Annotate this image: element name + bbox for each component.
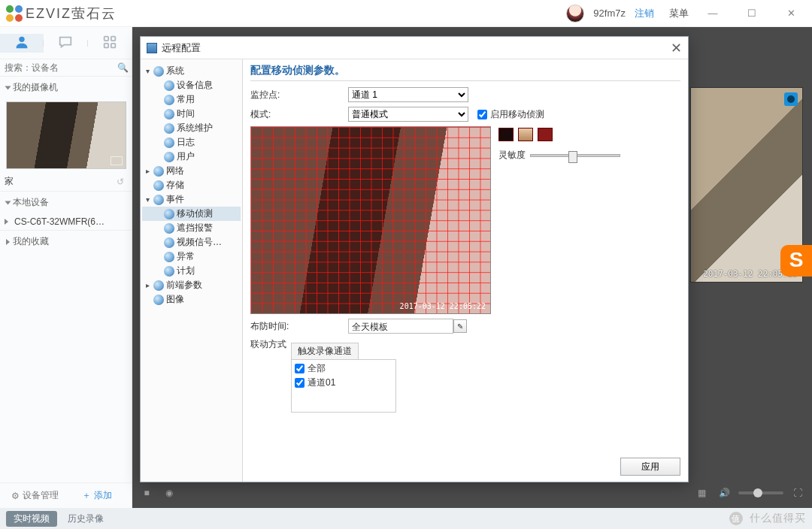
- schedule-edit-button[interactable]: ✎: [453, 319, 467, 333]
- sidebar-item-device[interactable]: CS-C6T-32WMFR(6…: [0, 213, 132, 230]
- svg-rect-1: [104, 36, 108, 41]
- avatar[interactable]: [566, 5, 584, 23]
- play-controls: ■ ◉ ▦ 🔊 ⛶: [138, 481, 806, 505]
- linkage-all-checkbox[interactable]: [295, 364, 304, 373]
- section-favorites[interactable]: 我的收藏: [0, 230, 132, 252]
- fullscreen-icon[interactable]: ⛶: [789, 485, 806, 501]
- tab-realtime[interactable]: 实时视频: [6, 511, 57, 527]
- modal-title-text: 远程配置: [162, 41, 201, 55]
- tab-history[interactable]: 历史录像: [60, 511, 111, 527]
- schedule-label: 布防时间:: [250, 320, 348, 333]
- monitor-label: 监控点:: [250, 89, 348, 101]
- search-icon[interactable]: 🔍: [117, 62, 129, 73]
- clear-button[interactable]: [518, 128, 533, 141]
- tree-time[interactable]: 时间: [142, 107, 241, 121]
- search-input[interactable]: [5, 62, 117, 73]
- tab-apps[interactable]: [88, 34, 132, 53]
- tree-frontend[interactable]: ▸前端参数: [142, 278, 241, 292]
- minimize-button[interactable]: —: [698, 8, 728, 19]
- tree-system[interactable]: ▾系统: [142, 64, 241, 78]
- linkage-tab-record[interactable]: 触发录像通道: [291, 343, 359, 359]
- tree-network[interactable]: ▸网络: [142, 164, 241, 178]
- logout-link[interactable]: 注销: [635, 7, 654, 20]
- menu-link[interactable]: 菜单: [669, 7, 689, 20]
- tab-contacts[interactable]: [0, 34, 44, 53]
- enable-motion-label: 启用移动侦测: [490, 108, 544, 121]
- layout-icon[interactable]: ▦: [693, 485, 710, 501]
- history-icon[interactable]: ↺: [117, 177, 124, 187]
- monitor-select[interactable]: 通道 1: [348, 87, 468, 102]
- remote-config-modal: 远程配置 ✕ ▾系统 设备信息 常用 时间 系统维护 日志 用户 ▸网络 存储 …: [140, 36, 689, 482]
- tree-log[interactable]: 日志: [142, 135, 241, 150]
- modal-icon: [147, 43, 157, 53]
- sidebar: 🔍 我的摄像机 家 ↺ 本地设备 CS-C6T-32WMFR(6… 我的收藏 ⚙…: [0, 27, 132, 508]
- sidebar-item-home[interactable]: 家 ↺: [0, 172, 132, 191]
- config-tree: ▾系统 设备信息 常用 时间 系统维护 日志 用户 ▸网络 存储 ▾事件 移动侦…: [141, 59, 243, 482]
- modal-close-button[interactable]: ✕: [671, 40, 682, 56]
- tree-user[interactable]: 用户: [142, 150, 241, 164]
- sensitivity-slider[interactable]: [530, 154, 620, 157]
- add-button[interactable]: ＋添加: [68, 489, 126, 502]
- globe-icon: [153, 66, 164, 77]
- svg-rect-2: [111, 36, 116, 41]
- close-button[interactable]: ✕: [776, 8, 806, 19]
- panel-heading: 配置移动侦测参数。: [250, 64, 680, 81]
- camera-thumbnail[interactable]: [6, 101, 126, 169]
- tree-plan[interactable]: 计划: [142, 264, 241, 278]
- record-icon[interactable]: ◉: [161, 485, 177, 501]
- sogou-icon[interactable]: S: [780, 245, 812, 277]
- apply-button[interactable]: 应用: [620, 458, 680, 476]
- preview-timestamp: 2017-03-12 22:05:22: [400, 302, 486, 310]
- bottom-bar: 实时视频 历史录像 值 什么值得买: [0, 508, 812, 529]
- tree-maintenance[interactable]: 系统维护: [142, 121, 241, 135]
- draw-all-button[interactable]: [498, 128, 514, 141]
- speaker-icon[interactable]: 🔊: [716, 485, 732, 501]
- sensitivity-label: 灵敏度: [498, 149, 526, 162]
- maximize-button[interactable]: ☐: [737, 8, 767, 19]
- section-local[interactable]: 本地设备: [0, 191, 132, 213]
- svg-rect-3: [104, 43, 108, 47]
- brand-text: EZVIZ萤石云: [26, 5, 117, 23]
- linkage-list: 全部 通道01: [291, 360, 396, 413]
- draw-button[interactable]: [538, 128, 553, 141]
- tab-messages[interactable]: [44, 34, 87, 53]
- title-bar: EZVIZ萤石云 92fm7z 注销 菜单 — ☐ ✕: [0, 0, 812, 27]
- svg-rect-4: [111, 43, 116, 47]
- mode-select[interactable]: 普通模式: [348, 107, 468, 122]
- linkage-label: 联动方式: [250, 338, 291, 351]
- motion-grid-overlay: [251, 127, 490, 313]
- tree-general[interactable]: 常用: [142, 92, 241, 107]
- mode-label: 模式:: [250, 108, 348, 121]
- motion-preview[interactable]: 2017-03-12 22:05:22: [250, 126, 491, 314]
- gear-icon: ⚙: [11, 491, 20, 501]
- logo-icon: [6, 5, 23, 22]
- tree-event[interactable]: ▾事件: [142, 192, 241, 207]
- tree-image[interactable]: 图像: [142, 292, 241, 307]
- plus-icon: ＋: [82, 489, 91, 502]
- device-manage-button[interactable]: ⚙设备管理: [6, 489, 64, 502]
- tree-storage[interactable]: 存储: [142, 178, 241, 192]
- linkage-ch01-checkbox[interactable]: [295, 378, 304, 388]
- config-panel: 配置移动侦测参数。 监控点: 通道 1 模式: 普通模式 启用移动侦测 2017…: [243, 59, 688, 482]
- schedule-value[interactable]: 全天模板: [348, 319, 453, 334]
- watermark: 值 什么值得买: [729, 512, 806, 525]
- username: 92fm7z: [593, 8, 626, 19]
- modal-titlebar: 远程配置 ✕: [141, 37, 688, 59]
- volume-slider[interactable]: [738, 491, 783, 494]
- stop-icon[interactable]: ■: [138, 485, 155, 501]
- live-badge-icon: [784, 92, 798, 106]
- tree-tamper[interactable]: 遮挡报警: [142, 221, 241, 235]
- tree-motion[interactable]: 移动侦测: [142, 207, 241, 221]
- tree-video-signal[interactable]: 视频信号…: [142, 235, 241, 249]
- tree-device-info[interactable]: 设备信息: [142, 78, 241, 92]
- svg-point-0: [19, 36, 24, 41]
- section-my-camera[interactable]: 我的摄像机: [0, 77, 132, 98]
- enable-motion-checkbox[interactable]: [477, 110, 487, 119]
- tree-exception[interactable]: 异常: [142, 249, 241, 264]
